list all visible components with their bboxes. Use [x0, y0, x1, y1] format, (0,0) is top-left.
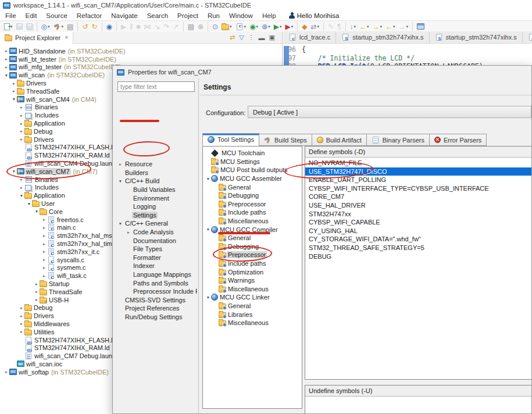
editor-tab-wifi_task.c[interactable]: wifi_task.c: [523, 31, 532, 43]
new-wizard-button[interactable]: ▾: [3, 22, 14, 32]
open-perspective-button[interactable]: [416, 22, 426, 32]
properties-nav-item[interactable]: Formatter: [115, 254, 197, 262]
tool-settings-item[interactable]: Warnings: [203, 276, 302, 285]
expand-arrow-icon[interactable]: ▸: [19, 321, 24, 326]
view-menu-icon[interactable]: ⋮: [248, 34, 255, 41]
open-element-button[interactable]: ◆: [301, 22, 308, 32]
menu-run[interactable]: Run: [208, 12, 220, 19]
tool-settings-item[interactable]: MCU Toolchain: [203, 149, 302, 158]
define-symbol-row[interactable]: NO_NVRAM_FILE: [305, 159, 532, 167]
tab-project-explorer[interactable]: Project Explorer ×: [0, 32, 73, 44]
define-symbol-row[interactable]: CYBSP_WIFI_INTERFACE_TYPE=CYBSP_USB_INTE…: [305, 184, 532, 193]
expand-arrow-icon[interactable]: ▸: [34, 297, 40, 302]
properties-nav-item[interactable]: Project References: [115, 304, 197, 313]
expand-arrow-icon[interactable]: ▸: [41, 257, 47, 262]
expand-arrow-icon[interactable]: ▸: [41, 241, 47, 247]
define-symbol-row[interactable]: CYBSP_WIFI_CAPABLE: [305, 218, 532, 227]
tool-settings-item[interactable]: Miscellaneous: [203, 217, 302, 226]
properties-nav-item[interactable]: Language Mappings: [115, 270, 197, 279]
tool-settings-item[interactable]: Preprocessor: [203, 251, 302, 259]
collapse-arrow-icon[interactable]: ▾: [19, 193, 24, 198]
build-button[interactable]: ▾: [52, 22, 65, 32]
menu-refactor[interactable]: Refactor: [77, 12, 102, 19]
tool-settings-item[interactable]: ▾MCU GCC Linker: [203, 293, 302, 302]
expand-arrow-icon[interactable]: ▸: [19, 137, 24, 142]
properties-nav-item[interactable]: Logging: [115, 202, 197, 211]
expand-arrow-icon[interactable]: ▸: [117, 162, 123, 167]
expand-arrow-icon[interactable]: ▸: [3, 56, 9, 62]
menu-search[interactable]: Search: [147, 12, 168, 19]
search-button[interactable]: ◉: [105, 22, 113, 32]
run-last-button[interactable]: ▶▾: [284, 22, 294, 32]
tab-build-artifact[interactable]: Build Artifact: [312, 134, 367, 146]
maximize-icon[interactable]: ▣: [269, 34, 275, 41]
collapse-arrow-icon[interactable]: ▾: [3, 73, 9, 78]
collapse-arrow-icon[interactable]: ▾: [34, 209, 40, 214]
forward-history-button[interactable]: →▾: [398, 22, 410, 32]
new-project-button[interactable]: ▾: [220, 22, 233, 32]
collapse-arrow-icon[interactable]: ▾: [11, 97, 17, 102]
properties-nav-item[interactable]: File Types: [115, 245, 197, 254]
back-history-button[interactable]: ←▾: [384, 22, 397, 32]
define-symbol-row[interactable]: STM32H747xx: [305, 210, 532, 219]
expand-arrow-icon[interactable]: ▸: [19, 121, 24, 126]
expand-arrow-icon[interactable]: ▸: [11, 81, 17, 86]
expand-arrow-icon[interactable]: ▸: [3, 65, 9, 70]
properties-nav-item[interactable]: Preprocessor Include Path: [115, 287, 197, 296]
tool-settings-item[interactable]: MCU Post build outputs: [203, 166, 302, 174]
expand-arrow-icon[interactable]: ▸: [19, 113, 24, 118]
menu-source[interactable]: Source: [46, 12, 67, 19]
tab-binary-parsers[interactable]: Binary Parsers: [366, 134, 430, 146]
target-status-button[interactable]: ◉▾: [248, 22, 259, 32]
editor-tab-startup_stm32h747xihx.s[interactable]: startup_stm32h747xihx.s: [430, 31, 523, 43]
properties-nav-item[interactable]: ▾C/C++ Build: [115, 177, 197, 185]
editor-tab-startup_stm32h747xihx.s[interactable]: startup_stm32h747xihx.s: [336, 31, 429, 43]
code-line[interactable]: 496{: [283, 45, 532, 54]
tool-settings-item[interactable]: Include paths: [203, 208, 302, 217]
define-symbol-row[interactable]: ENABLE_UART_POLLING: [305, 176, 532, 184]
configuration-select[interactable]: Debug [ Active ]: [248, 106, 531, 118]
properties-nav-item[interactable]: Paths and Symbols: [115, 279, 197, 287]
properties-nav-item[interactable]: Build Variables: [115, 185, 197, 194]
properties-nav-item[interactable]: CMSIS-SVD Settings: [115, 296, 197, 305]
link-with-editor-icon[interactable]: ⇄: [230, 34, 235, 41]
console-button[interactable]: ▤: [187, 22, 195, 32]
editor-tab-lcd_trace.c[interactable]: lcd_trace.c: [283, 31, 336, 43]
expand-arrow-icon[interactable]: ▸: [3, 369, 9, 374]
next-annotation-button[interactable]: →▾: [372, 22, 384, 32]
tool-settings-item[interactable]: ▾MCU GCC Compiler: [203, 225, 302, 234]
tab-error-parsers[interactable]: Error Parsers: [429, 134, 487, 146]
collapse-arrow-icon[interactable]: ▾: [26, 201, 32, 206]
tool-settings-item[interactable]: ▾MCU GCC Assembler: [203, 174, 302, 183]
define-symbol-row[interactable]: CY_STORAGE_WIFI_DATA=".whd_fw": [305, 235, 532, 244]
expand-arrow-icon[interactable]: ▸: [3, 48, 9, 53]
tool-settings-item[interactable]: Miscellaneous: [203, 285, 302, 294]
collapse-arrow-icon[interactable]: ▾: [205, 227, 211, 232]
expand-arrow-icon[interactable]: ▸: [41, 249, 47, 254]
external-tools-button[interactable]: ⊛▾: [260, 22, 272, 32]
filter-icon[interactable]: ▽: [239, 34, 244, 41]
collapse-arrow-icon[interactable]: ▾: [117, 221, 123, 226]
tool-settings-item[interactable]: MCU Settings: [203, 158, 302, 166]
tool-settings-item[interactable]: Miscellaneous: [203, 319, 302, 327]
collapse-arrow-icon[interactable]: ▾: [205, 295, 211, 300]
tool-settings-item[interactable]: General: [203, 302, 302, 310]
menu-help[interactable]: Help: [262, 12, 276, 19]
define-symbol-row[interactable]: DEBUG: [305, 252, 532, 261]
tool-settings-item[interactable]: Debugging: [203, 242, 302, 251]
refresh-back-button[interactable]: ↺: [81, 22, 89, 32]
expand-arrow-icon[interactable]: ▸: [19, 329, 24, 334]
expand-arrow-icon[interactable]: ▸: [11, 88, 17, 94]
collapse-arrow-icon[interactable]: ▾: [11, 169, 17, 174]
expand-arrow-icon[interactable]: ▸: [19, 185, 24, 190]
menu-project[interactable]: Project: [177, 12, 198, 19]
menu-navigate[interactable]: Navigate: [111, 12, 137, 19]
tab-tool-settings[interactable]: Tool Settings: [202, 133, 259, 146]
properties-nav-item[interactable]: ▸Resource: [115, 160, 197, 169]
close-icon[interactable]: ×: [65, 34, 68, 41]
properties-nav-item[interactable]: Settings: [115, 211, 197, 220]
expand-arrow-icon[interactable]: ▸: [19, 129, 24, 134]
tool-settings-item[interactable]: General: [203, 234, 302, 242]
expand-arrow-icon[interactable]: ▸: [41, 233, 47, 238]
new-c-project-button[interactable]: ▾: [234, 22, 248, 32]
